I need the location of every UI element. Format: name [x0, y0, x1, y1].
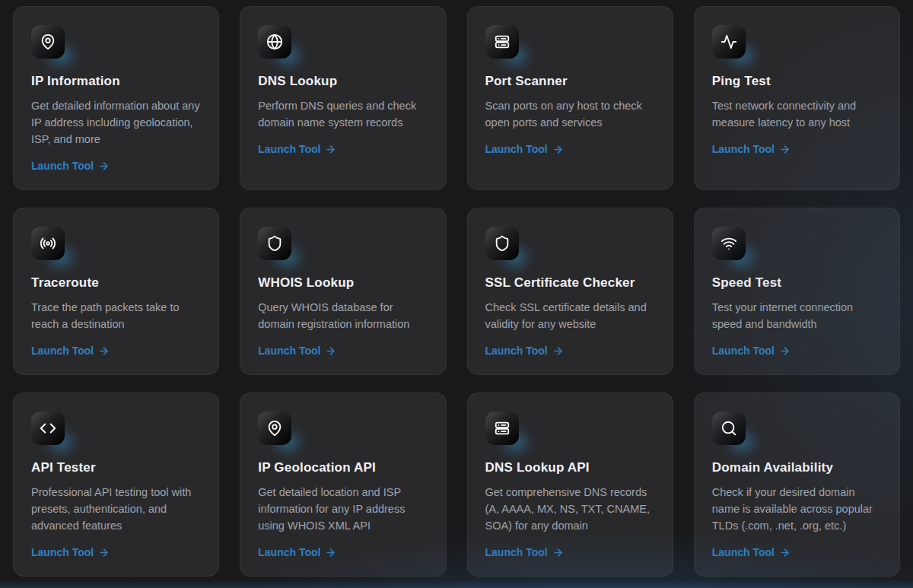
tool-title: Traceroute	[31, 275, 201, 291]
tool-title: IP Geolocation API	[258, 460, 428, 475]
tools-grid: IP Information Get detailed information …	[13, 6, 900, 577]
activity-icon	[721, 33, 737, 50]
tool-title: Port Scanner	[485, 74, 655, 89]
tool-icon-tile	[712, 412, 746, 445]
launch-tool-label: Launch Tool	[485, 345, 548, 357]
tool-card: API Tester Professional API testing tool…	[13, 393, 219, 577]
launch-tool-label: Launch Tool	[31, 546, 94, 558]
arrow-right-icon	[98, 345, 110, 357]
tool-icon-tile	[485, 25, 519, 59]
tool-icon-tile	[485, 227, 519, 260]
server-icon	[494, 420, 511, 437]
tool-card: DNS Lookup Perform DNS queries and check…	[240, 6, 446, 190]
tool-icon-tile	[31, 412, 65, 445]
arrow-right-icon	[552, 144, 564, 155]
launch-tool-link[interactable]: Launch Tool	[31, 546, 110, 558]
launch-tool-link[interactable]: Launch Tool	[485, 345, 564, 357]
arrow-right-icon	[779, 547, 791, 558]
arrow-right-icon	[325, 547, 336, 558]
tool-description: Get detailed location and ISP informatio…	[258, 484, 428, 534]
tool-card: Traceroute Trace the path packets take t…	[13, 208, 219, 375]
tool-icon-tile	[485, 412, 519, 445]
tool-icon-tile	[258, 412, 291, 445]
launch-tool-label: Launch Tool	[485, 143, 548, 155]
tool-description: Get detailed information about any IP ad…	[31, 97, 201, 148]
tool-description: Perform DNS queries and check domain nam…	[258, 97, 428, 131]
tool-icon-tile	[712, 227, 746, 260]
globe-icon	[266, 33, 283, 50]
server-icon	[494, 33, 511, 50]
tool-card: Speed Test Test your internet connection…	[694, 208, 900, 375]
tool-icon-tile	[258, 25, 291, 59]
tool-title: Speed Test	[712, 275, 882, 291]
tool-card: IP Geolocation API Get detailed location…	[240, 393, 446, 577]
tool-description: Get comprehensive DNS records (A, AAAA, …	[485, 484, 655, 534]
launch-tool-label: Launch Tool	[712, 345, 775, 357]
launch-tool-link[interactable]: Launch Tool	[712, 143, 791, 155]
launch-tool-link[interactable]: Launch Tool	[258, 143, 336, 155]
launch-tool-label: Launch Tool	[258, 143, 320, 155]
launch-tool-label: Launch Tool	[712, 546, 775, 558]
map-pin-icon	[266, 420, 283, 437]
launch-tool-label: Launch Tool	[31, 160, 94, 172]
launch-tool-link[interactable]: Launch Tool	[712, 546, 791, 558]
tool-card: WHOIS Lookup Query WHOIS database for do…	[240, 208, 446, 375]
tool-icon-tile	[712, 25, 746, 59]
tool-title: IP Information	[31, 74, 201, 89]
tool-card: SSL Certificate Checker Check SSL certif…	[467, 208, 673, 375]
arrow-right-icon	[98, 547, 110, 558]
wifi-icon	[721, 235, 737, 252]
tool-icon-tile	[258, 227, 291, 260]
tool-description: Test network connectivity and measure la…	[712, 97, 882, 131]
launch-tool-label: Launch Tool	[31, 345, 94, 357]
launch-tool-link[interactable]: Launch Tool	[485, 546, 564, 558]
tool-description: Trace the path packets take to reach a d…	[31, 299, 201, 332]
arrow-right-icon	[552, 547, 564, 558]
launch-tool-label: Launch Tool	[485, 546, 548, 558]
tool-title: DNS Lookup	[258, 74, 428, 89]
tool-title: Ping Test	[712, 74, 882, 89]
tool-title: WHOIS Lookup	[258, 275, 428, 291]
map-pin-icon	[40, 33, 56, 50]
tool-description: Test your internet connection speed and …	[712, 299, 882, 332]
arrow-right-icon	[325, 144, 336, 155]
launch-tool-link[interactable]: Launch Tool	[485, 143, 564, 155]
search-icon	[721, 420, 737, 437]
launch-tool-label: Launch Tool	[258, 345, 320, 357]
code-icon	[40, 420, 56, 437]
tool-title: SSL Certificate Checker	[485, 275, 655, 291]
arrow-right-icon	[779, 345, 791, 357]
launch-tool-label: Launch Tool	[258, 546, 320, 558]
tool-card: Ping Test Test network connectivity and …	[694, 6, 900, 190]
launch-tool-link[interactable]: Launch Tool	[31, 160, 110, 172]
shield-icon	[494, 235, 511, 252]
launch-tool-link[interactable]: Launch Tool	[258, 345, 336, 357]
tool-icon-tile	[31, 227, 65, 260]
tool-description: Scan ports on any host to check open por…	[485, 97, 655, 131]
tool-description: Query WHOIS database for domain registra…	[258, 299, 428, 332]
arrow-right-icon	[98, 161, 110, 172]
arrow-right-icon	[325, 345, 336, 357]
shield-icon	[266, 235, 283, 252]
radio-icon	[40, 235, 56, 252]
launch-tool-link[interactable]: Launch Tool	[712, 345, 791, 357]
launch-tool-link[interactable]: Launch Tool	[31, 345, 110, 357]
launch-tool-label: Launch Tool	[712, 143, 775, 155]
launch-tool-link[interactable]: Launch Tool	[258, 546, 336, 558]
tool-card: Port Scanner Scan ports on any host to c…	[467, 6, 673, 190]
tool-card: DNS Lookup API Get comprehensive DNS rec…	[467, 393, 673, 577]
tool-title: DNS Lookup API	[485, 460, 655, 475]
tool-description: Professional API testing tool with prese…	[31, 484, 201, 534]
tool-description: Check if your desired domain name is ava…	[712, 484, 882, 534]
tool-description: Check SSL certificate details and validi…	[485, 299, 655, 332]
arrow-right-icon	[779, 144, 791, 155]
tool-card: IP Information Get detailed information …	[13, 6, 219, 190]
tool-title: Domain Availability	[712, 460, 882, 475]
tool-title: API Tester	[31, 460, 201, 475]
arrow-right-icon	[552, 345, 564, 357]
tool-icon-tile	[31, 25, 65, 59]
tool-card: Domain Availability Check if your desire…	[694, 393, 900, 577]
